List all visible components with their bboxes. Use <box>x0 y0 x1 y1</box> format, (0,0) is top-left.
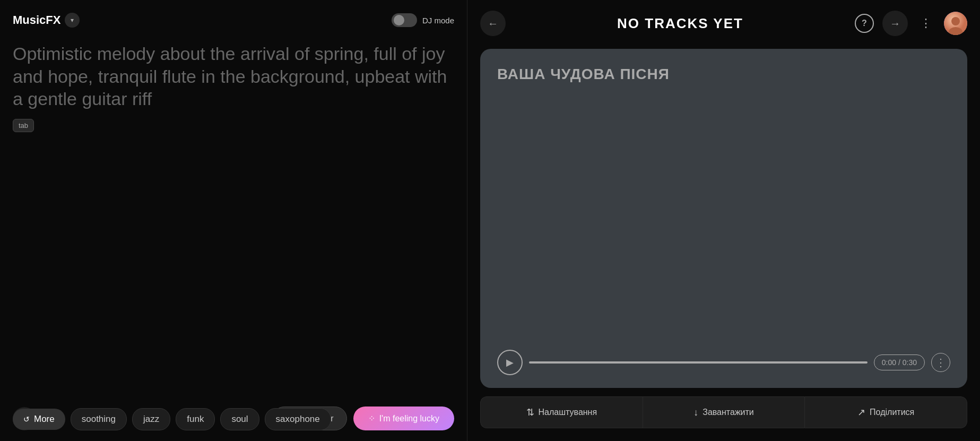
chip-more-label: More <box>34 414 55 425</box>
settings-icon: ⇅ <box>526 407 534 418</box>
right-panel: ← NO TRACKS YET ? → ⋮ <box>467 0 980 441</box>
settings-button[interactable]: ⇅ Налаштування <box>480 396 643 428</box>
chip-funk[interactable]: funk <box>176 408 215 430</box>
forward-arrow-icon: → <box>890 18 900 30</box>
prompt-area: Optimistic melody about the arrival of s… <box>13 42 454 396</box>
share-label: Поділитися <box>870 408 914 417</box>
three-dots-icon: ⋮ <box>920 16 932 30</box>
tab-badge[interactable]: tab <box>13 119 34 132</box>
brand-dropdown[interactable]: ▾ <box>65 13 80 28</box>
player-controls: ▶ 0:00 / 0:30 ⋮ <box>497 350 950 375</box>
right-header: ← NO TRACKS YET ? → ⋮ <box>480 11 967 36</box>
prompt-text: Optimistic melody about the arrival of s… <box>13 42 454 110</box>
chip-soul-label: soul <box>231 414 248 424</box>
brand-name: MusicFX <box>13 13 60 27</box>
user-avatar[interactable] <box>944 12 967 35</box>
avatar-image <box>944 12 967 35</box>
dj-mode-toggle[interactable] <box>392 13 417 27</box>
player-three-dots-icon: ⋮ <box>935 356 946 369</box>
download-label: Завантажити <box>703 408 754 417</box>
chip-saxophone-label: saxophone <box>276 414 320 424</box>
chip-soothing-label: soothing <box>82 414 116 424</box>
chip-funk-label: funk <box>187 414 204 424</box>
chip-soul[interactable]: soul <box>220 408 259 430</box>
top-bar: MusicFX ▾ DJ mode <box>13 13 454 28</box>
left-panel: MusicFX ▾ DJ mode Optimistic melody abou… <box>0 0 467 441</box>
chip-jazz[interactable]: jazz <box>132 408 170 430</box>
forward-button[interactable]: → <box>882 11 908 36</box>
song-placeholder-title: ВАША ЧУДОВА ПІСНЯ <box>497 66 950 83</box>
refresh-small-icon: ↺ <box>23 415 30 423</box>
progress-bar[interactable] <box>529 361 868 364</box>
play-button[interactable]: ▶ <box>497 350 523 375</box>
svg-point-1 <box>951 17 960 25</box>
download-icon: ↓ <box>693 407 698 418</box>
chip-soothing[interactable]: soothing <box>71 408 127 430</box>
bottom-buttons: ⇅ Налаштування ↓ Завантажити ↗ Поділитис… <box>480 396 967 428</box>
no-tracks-title: NO TRACKS YET <box>514 15 846 32</box>
chip-saxophone[interactable]: saxophone <box>265 408 331 430</box>
back-button[interactable]: ← <box>480 11 506 36</box>
help-button[interactable]: ? <box>855 14 874 33</box>
menu-button[interactable]: ⋮ <box>916 14 935 33</box>
dj-mode-control: DJ mode <box>392 13 454 27</box>
download-button[interactable]: ↓ Завантажити <box>643 396 805 428</box>
chip-more[interactable]: ↺ More <box>13 409 65 430</box>
settings-label: Налаштування <box>539 408 597 417</box>
back-arrow-icon: ← <box>488 18 498 30</box>
time-display: 0:00 / 0:30 <box>874 354 925 370</box>
play-icon: ▶ <box>506 357 514 368</box>
share-icon: ↗ <box>857 407 865 418</box>
chip-jazz-label: jazz <box>143 414 159 424</box>
player-more-button[interactable]: ⋮ <box>931 353 950 372</box>
question-icon: ? <box>862 19 867 28</box>
share-button[interactable]: ↗ Поділитися <box>804 396 967 428</box>
player-card: ВАША ЧУДОВА ПІСНЯ ▶ 0:00 / 0:30 ⋮ <box>480 49 967 388</box>
chips-area: ↺ More soothing jazz funk soul saxophone <box>13 408 454 430</box>
chevron-down-icon: ▾ <box>71 16 74 24</box>
dj-mode-label: DJ mode <box>422 16 454 25</box>
brand: MusicFX ▾ <box>13 13 80 28</box>
